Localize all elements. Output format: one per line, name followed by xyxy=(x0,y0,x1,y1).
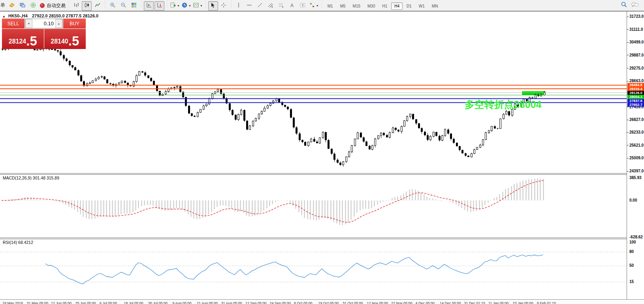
linechart-icon xyxy=(94,2,101,10)
tiles-icon xyxy=(131,2,137,10)
time-axis-label: 8 Oct 05:00 xyxy=(294,301,313,304)
time-axis[interactable]: 18 May 201831 May 05:0012 Jun 05:0025 Ju… xyxy=(0,299,644,304)
autotrade-button[interactable]: 自动交易 xyxy=(39,1,66,11)
rsi-canvas[interactable] xyxy=(0,239,627,288)
trendline-button[interactable] xyxy=(255,1,265,11)
arrows-button[interactable]: ▼ xyxy=(309,1,319,11)
price-axis-tick: 24397.0 xyxy=(629,169,644,173)
sell-button[interactable]: SELL xyxy=(2,19,24,28)
time-axis-label: 31 Oct 05:00 xyxy=(343,301,363,304)
svg-text:F: F xyxy=(282,6,284,8)
volume-value[interactable]: 0.10 xyxy=(32,19,55,28)
buy-price-button[interactable]: 28140 .5 xyxy=(44,29,86,49)
macd-label: MACD(12,26,9) 301.48 315.89 xyxy=(3,176,59,180)
time-axis-label: 31 Dec 01:15 xyxy=(464,301,486,304)
text-icon: A xyxy=(289,2,295,10)
chart-window-button[interactable] xyxy=(17,1,27,11)
rsi-label: RSI(14) 68.4212 xyxy=(3,240,33,245)
price-axis-tick: 26233.0 xyxy=(629,130,644,134)
cursor-button[interactable] xyxy=(208,1,218,11)
timeframe-h1[interactable]: H1 xyxy=(379,2,390,10)
bars-icon xyxy=(73,2,79,10)
vline-button[interactable] xyxy=(234,1,244,11)
time-axis-label: 31 Aug 05:00 xyxy=(221,301,242,304)
price-axis-tick: 30499.0 xyxy=(629,40,644,44)
price-line-label: 28004.1 xyxy=(627,95,644,99)
line-chart-button[interactable] xyxy=(92,1,102,11)
clock-icon xyxy=(181,2,188,10)
time-axis-label: 11 Jan 05:00 xyxy=(488,301,508,304)
candle-chart-button[interactable] xyxy=(82,1,92,11)
price-line-label: 27652.7 xyxy=(627,103,644,107)
collapse-triangle-icon[interactable]: ▲ xyxy=(2,15,6,18)
search-icon xyxy=(621,1,627,9)
search-button[interactable] xyxy=(619,1,629,10)
time-axis-label: 19 Oct 05:00 xyxy=(318,301,339,304)
rsi-scale-label: 50 xyxy=(629,263,634,268)
timeframe-h4[interactable]: H4 xyxy=(391,2,403,10)
axis-tickmark xyxy=(627,107,629,107)
buy-button[interactable]: BUY xyxy=(63,19,86,28)
price-axis[interactable]: 31723.031111.030499.029887.029275.028663… xyxy=(627,11,644,304)
timeframe-m1[interactable]: M1 xyxy=(324,2,336,10)
price-axis-tick: 28663.0 xyxy=(629,79,644,83)
chart-title[interactable]: ▲ HK50-,H4 27922.0 28150.0 27877.5 28126… xyxy=(2,13,98,18)
timeframe-m30[interactable]: M30 xyxy=(364,2,378,10)
timeframe-mn[interactable]: MN xyxy=(429,2,441,10)
price-line-label: 28318.4 xyxy=(627,87,644,91)
time-axis-label: 14 Dec 05:00 xyxy=(440,301,461,304)
crosshair-button[interactable] xyxy=(219,1,229,11)
auto-scroll-button[interactable] xyxy=(154,1,164,11)
timeframe-m5[interactable]: M5 xyxy=(337,2,349,10)
price-axis-tick: 29275.0 xyxy=(629,66,644,70)
zoom-in-button[interactable] xyxy=(107,1,117,11)
chevron-down-icon[interactable]: ▼ xyxy=(188,4,191,7)
signal-button[interactable] xyxy=(28,1,38,11)
bar-chart-button[interactable] xyxy=(71,1,81,11)
panel-splitter-rsi[interactable] xyxy=(0,238,644,239)
price-chart-canvas[interactable] xyxy=(0,12,627,174)
volume-increase-button[interactable]: ▲ xyxy=(55,19,62,28)
shift-icon xyxy=(146,2,152,10)
timeframe-m15[interactable]: M15 xyxy=(350,2,363,10)
chat-button[interactable] xyxy=(630,1,640,10)
cursor-icon xyxy=(210,2,216,10)
timeframe-group: M1M5M15M30H1H4D1W1MN xyxy=(324,2,442,9)
text-button[interactable]: A xyxy=(287,1,297,11)
svg-text:E: E xyxy=(271,6,273,8)
time-axis-label: 8 Feb 01:15 xyxy=(537,301,556,304)
trade-panel-row2: 28124 .5 28140 .5 xyxy=(2,29,86,49)
price-line-label: 27837.6 xyxy=(627,99,644,103)
text-label-button[interactable]: T xyxy=(298,1,308,11)
autoscroll-icon xyxy=(156,2,163,10)
periods-button[interactable]: ▼ xyxy=(181,1,192,11)
svg-text:A: A xyxy=(290,2,294,8)
new-chart-button[interactable]: ▼ xyxy=(169,1,180,11)
sell-price-button[interactable]: 28124 .5 xyxy=(2,29,44,49)
one-click-trading-panel: SELL ▼ 0.10 ▲ BUY 28124 .5 28140 .5 xyxy=(2,19,86,49)
timeframe-d1[interactable]: D1 xyxy=(403,2,415,10)
macd-scale-label: 0.00 xyxy=(629,198,637,202)
label-icon: T xyxy=(299,2,306,10)
axis-tickmark xyxy=(627,145,629,145)
chart-shift-button[interactable] xyxy=(144,1,154,11)
new-order-button[interactable] xyxy=(7,1,17,11)
indicators-button[interactable]: ▼ xyxy=(192,1,203,11)
toolbar-separator xyxy=(205,0,207,8)
chevron-down-icon[interactable]: ▼ xyxy=(200,4,203,7)
price-axis-tick: 26827.0 xyxy=(629,117,644,122)
axis-tickmark xyxy=(627,68,629,68)
macd-canvas[interactable] xyxy=(0,175,627,238)
chevron-down-icon[interactable]: ▼ xyxy=(177,4,180,7)
volume-decrease-button[interactable]: ▼ xyxy=(25,19,32,28)
chevron-down-icon[interactable]: ▼ xyxy=(316,4,319,7)
timeframe-w1[interactable]: W1 xyxy=(416,2,428,10)
hline-button[interactable] xyxy=(245,1,254,11)
time-axis-label: 21 Aug 05:00 xyxy=(197,301,218,304)
zoom-out-button[interactable] xyxy=(118,1,128,11)
panel-splitter-macd[interactable] xyxy=(0,173,644,175)
ohlc-values: 27922.0 28150.0 27877.5 28126.0 xyxy=(32,13,98,18)
fibonacci-button[interactable]: F xyxy=(277,1,286,11)
channel-button[interactable]: E xyxy=(266,1,276,11)
tile-windows-button[interactable] xyxy=(129,1,139,11)
